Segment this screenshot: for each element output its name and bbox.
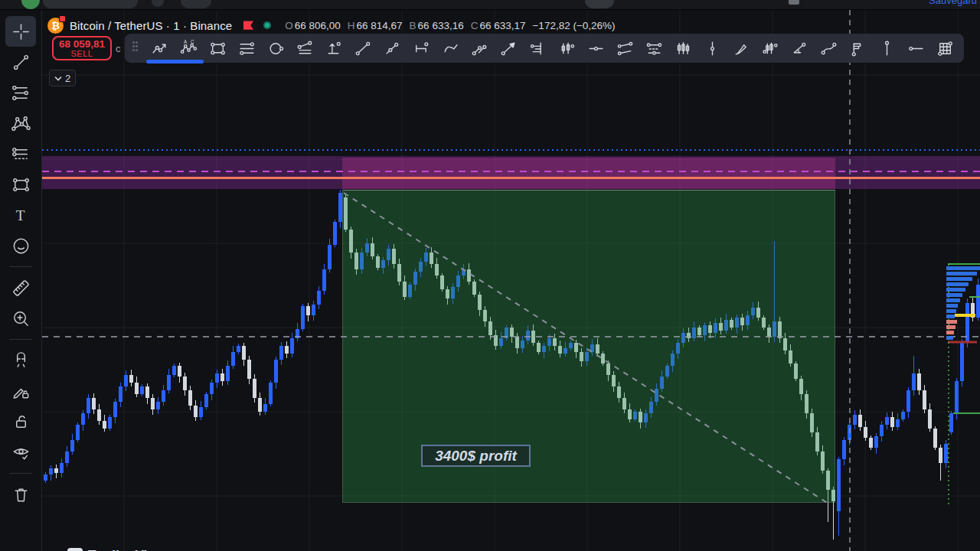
connection-status-dot xyxy=(263,21,271,29)
tool-bars-pattern-icon[interactable] xyxy=(552,34,581,63)
floating-drawing-toolbar: AC xyxy=(125,34,964,63)
text-icon: T xyxy=(11,205,31,226)
volume-profile-bar xyxy=(946,320,957,324)
sidebar-tool-magnet[interactable] xyxy=(5,345,36,376)
sidebar-divider xyxy=(9,473,32,474)
volume-profile-bar xyxy=(946,266,980,270)
sidebar-tool-hide-drawings[interactable] xyxy=(5,437,36,468)
tool-disjoint-channel-icon[interactable] xyxy=(610,34,639,63)
tool-long-position-icon[interactable] xyxy=(319,34,348,63)
sidebar-tool-emoji[interactable] xyxy=(5,230,36,261)
volume-profile-bar xyxy=(946,315,955,318)
tool-brush-icon[interactable] xyxy=(727,34,756,63)
sidebar-tool-lock-all[interactable] xyxy=(5,406,36,437)
save-status[interactable]: Sauvegard xyxy=(929,0,977,6)
tool-arrow-marker-icon[interactable] xyxy=(494,34,523,63)
symbol-title[interactable]: Bitcoin / TetherUS · 1 · Binance xyxy=(70,19,232,32)
svg-text:C: C xyxy=(191,40,194,44)
tradingview-logo[interactable]: TradingView xyxy=(67,548,165,551)
volume-profile-bar xyxy=(946,331,954,334)
sidebar-tool-crosshair[interactable] xyxy=(5,16,36,47)
open-label: O xyxy=(285,20,293,31)
plus-button[interactable] xyxy=(585,0,614,8)
crosshair-icon xyxy=(11,21,31,42)
open-value: 66 806,00 xyxy=(295,20,341,31)
ruler-icon xyxy=(11,278,31,298)
sell-price: 68 059,81 xyxy=(54,39,110,50)
volume-profile-bar xyxy=(946,325,956,329)
trend-line-icon xyxy=(11,52,31,73)
tool-abc-pattern-icon[interactable]: AC xyxy=(174,34,203,63)
sell-button[interactable]: 68 059,81 SELL xyxy=(52,36,112,60)
tool-ray-icon[interactable] xyxy=(377,34,407,63)
round-button[interactable] xyxy=(152,0,164,7)
sidebar-tool-draw-lock[interactable] xyxy=(5,376,36,406)
tool-trend-angle-icon[interactable] xyxy=(785,34,814,63)
tool-growth-curve-icon[interactable] xyxy=(814,34,843,63)
tool-extended-line-icon[interactable] xyxy=(407,34,436,63)
tool-trend-line-icon[interactable] xyxy=(348,34,377,63)
sidebar-divider xyxy=(9,339,32,340)
low-value: 66 633,16 xyxy=(418,20,464,31)
sidebar-tool-fib-retracement[interactable] xyxy=(5,77,36,108)
tool-volume-profile-icon[interactable] xyxy=(523,34,552,63)
volume-profile-drawing[interactable] xyxy=(0,0,980,551)
sidebar-tool-ruler[interactable] xyxy=(5,272,36,303)
xabcd-pattern-icon xyxy=(11,113,31,134)
tool-fib-retracement-icon[interactable] xyxy=(290,34,319,63)
layers-count-button[interactable]: 2 xyxy=(49,70,76,86)
tool-parallel-lines-icon[interactable] xyxy=(232,34,261,63)
tool-rectangle-icon[interactable] xyxy=(203,34,232,63)
volume-profile-bar xyxy=(946,309,956,313)
tool-flat-channel-icon[interactable] xyxy=(639,34,668,63)
rectangle-icon xyxy=(11,174,31,195)
drag-handle[interactable] xyxy=(131,41,140,55)
volume-profile-bar xyxy=(946,288,965,292)
tool-horizontal-line-icon[interactable] xyxy=(581,34,610,63)
close-label: C xyxy=(471,20,479,31)
avatar[interactable] xyxy=(21,0,40,9)
chevron-down-icon xyxy=(54,76,62,81)
symbol-header: ₿ Bitcoin / TetherUS · 1 · Binance O66 8… xyxy=(47,15,616,35)
search-pill[interactable] xyxy=(43,0,138,8)
hide-drawings-icon xyxy=(11,442,31,463)
layers-count: 2 xyxy=(65,73,70,84)
sidebar-tool-long-short-position[interactable] xyxy=(5,139,36,169)
tool-candles-pattern-icon[interactable] xyxy=(668,34,697,63)
sidebar-tool-text[interactable]: T xyxy=(5,200,36,230)
profit-text-label[interactable]: 3400$ profit xyxy=(421,445,531,467)
pill-button[interactable] xyxy=(181,0,211,8)
svg-text:T: T xyxy=(15,207,24,223)
tool-vertical-line-icon[interactable] xyxy=(697,34,727,63)
tradingview-chart-window: Sauvegard T 3400$ profit ₿ Bitcoin / Tet… xyxy=(0,0,980,551)
magnet-icon xyxy=(11,350,31,371)
active-tool-underline xyxy=(146,60,204,64)
sidebar-tool-rectangle[interactable] xyxy=(5,169,36,200)
remove-drawings-icon xyxy=(11,484,31,505)
countdown-text: c xyxy=(116,43,121,54)
tool-bar-pattern-icon[interactable] xyxy=(756,34,785,63)
change-value: −172,82 (−0,26%) xyxy=(532,20,615,31)
flag-icon[interactable] xyxy=(243,20,254,31)
tool-zigzag-arrow-icon[interactable] xyxy=(145,34,174,63)
bitcoin-logo-icon[interactable]: ₿ xyxy=(47,18,64,34)
tool-fixed-range-grid-icon[interactable] xyxy=(930,34,959,63)
tool-horizontal-ray-icon[interactable] xyxy=(901,34,930,63)
tool-curve-icon[interactable] xyxy=(436,34,465,63)
tool-price-note-icon[interactable] xyxy=(843,34,872,63)
sidebar-divider xyxy=(9,266,32,267)
sidebar-tool-trend-line[interactable] xyxy=(5,47,36,77)
tool-circle-icon[interactable] xyxy=(261,34,290,63)
drawing-toolbar-sidebar: T xyxy=(0,10,42,551)
sidebar-tool-xabcd-pattern[interactable] xyxy=(5,108,36,139)
tool-info-line-icon[interactable] xyxy=(872,34,901,63)
panel-icon[interactable] xyxy=(789,0,799,5)
symbol-change-badge xyxy=(59,15,66,22)
sidebar-tool-remove-drawings[interactable] xyxy=(5,479,36,510)
long-short-position-icon xyxy=(11,144,31,165)
fib-retracement-icon xyxy=(11,83,31,103)
browser-top-strip: Sauvegard xyxy=(0,0,980,10)
tool-parallel-channel-icon[interactable] xyxy=(465,34,494,63)
sidebar-tool-zoom-in[interactable] xyxy=(5,303,36,334)
tradingview-logo-mark xyxy=(67,548,83,551)
